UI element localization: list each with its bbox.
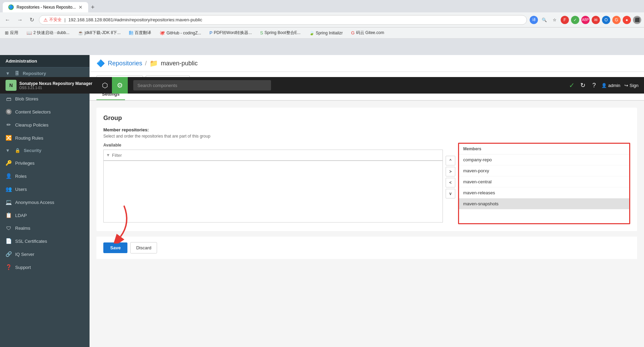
- search-icon[interactable]: 🔍: [540, 16, 548, 24]
- sidebar-item-ssl-certificates[interactable]: 📄 SSL Certificates: [0, 235, 90, 248]
- content-selectors-icon: 🔘: [6, 109, 12, 115]
- content-selectors-label: Content Selectors: [15, 109, 51, 115]
- refresh-icon-button[interactable]: ↻: [579, 80, 587, 90]
- sidebar-item-content-selectors[interactable]: 🔘 Content Selectors: [0, 105, 90, 118]
- cleanup-policies-label: Cleanup Policies: [15, 122, 49, 128]
- sidebar-item-anonymous-access[interactable]: 💻 Anonymous Access: [0, 196, 90, 209]
- extension-icon4[interactable]: G: [612, 16, 621, 24]
- extension-icon1[interactable]: ✓: [571, 16, 579, 24]
- url-separator: |: [64, 17, 65, 22]
- repository-section-icon: 🗄: [15, 71, 19, 76]
- logo-icon: N: [6, 80, 17, 91]
- sidebar-item-iq-server[interactable]: 🔗 IQ Server: [0, 248, 90, 261]
- move-down-button[interactable]: v: [446, 189, 455, 198]
- bookmark-icon2: ☕: [78, 30, 83, 35]
- save-button[interactable]: Save: [103, 242, 127, 253]
- adblock-icon[interactable]: ABP: [581, 16, 590, 24]
- bookmark-initializr[interactable]: 🍃 Spring Initializr: [307, 30, 345, 36]
- back-button[interactable]: ←: [3, 15, 12, 25]
- sidebar-item-roles[interactable]: 👤 Roles: [0, 170, 90, 183]
- help-icon-button[interactable]: ?: [591, 80, 597, 90]
- sidebar-item-blob-stores[interactable]: 🗃 Blob Stores: [0, 93, 90, 105]
- member-item-company-repo[interactable]: company-repo: [459, 154, 629, 165]
- feedly-icon[interactable]: F: [561, 16, 569, 24]
- members-panel: Members company-repo maven-porxy maven-c…: [458, 143, 630, 224]
- new-tab-button[interactable]: +: [88, 2, 97, 12]
- routing-rules-label: Routing Rules: [15, 135, 43, 141]
- bookmark-label: 应用: [10, 30, 18, 36]
- search-input[interactable]: [133, 80, 271, 90]
- bookmark-icon6: S: [260, 30, 263, 35]
- arrow-buttons: ^ > < v: [443, 153, 458, 201]
- iq-server-icon: 🔗: [6, 251, 12, 257]
- translate-icon[interactable]: 译: [530, 16, 538, 24]
- admin-link[interactable]: 👤 admin: [601, 83, 620, 88]
- bookmark-spring[interactable]: S Spring Boot整合E...: [258, 29, 302, 36]
- bookmark-apps[interactable]: ⊞ 应用: [3, 29, 20, 36]
- member-item-maven-porxy[interactable]: maven-porxy: [459, 165, 629, 176]
- member-item-maven-snapshots[interactable]: maven-snapshots: [459, 198, 629, 209]
- move-up-button[interactable]: ^: [446, 156, 455, 165]
- filter-input[interactable]: [103, 150, 443, 161]
- signout-label: Sign: [630, 83, 638, 88]
- bookmark-label2: jdk8下载-JDK 8下...: [85, 30, 121, 36]
- bookmark-pdf[interactable]: P PDF转Word转换器...: [207, 29, 254, 36]
- sidebar-item-users[interactable]: 👥 Users: [0, 183, 90, 196]
- member-item-maven-central[interactable]: maven-central: [459, 176, 629, 187]
- ldap-icon: 📋: [6, 212, 12, 218]
- move-left-button[interactable]: <: [446, 178, 455, 187]
- bookmark-quickstart[interactable]: 📖 2 快速启动 · dubb...: [24, 29, 72, 36]
- settings-nav-button[interactable]: ⚙: [112, 77, 128, 94]
- breadcrumb-separator: /: [145, 60, 147, 67]
- extension-icon3[interactable]: O: [602, 16, 610, 24]
- sidebar-item-ldap[interactable]: 📋 LDAP: [0, 209, 90, 222]
- bookmark-github[interactable]: 🐙 GitHub - codingZ...: [157, 30, 203, 36]
- filter-wrapper: ▼: [103, 150, 443, 161]
- sign-out-link[interactable]: ↪ Sign: [624, 83, 638, 88]
- address-bar[interactable]: ⚠ 不安全 | 192.168.188.128:8081/#admin/repo…: [39, 15, 527, 25]
- status-icon: ✓: [569, 81, 575, 89]
- save-area: Save Discard: [96, 237, 637, 259]
- star-icon[interactable]: ☆: [550, 16, 559, 24]
- apps-icon: ⊞: [5, 30, 9, 35]
- sidebar-item-realms[interactable]: 🛡 Realms: [0, 222, 90, 235]
- browser-frame: 🔷 Repositories - Nexus Reposito... ✕ + ←…: [0, 0, 644, 347]
- bookmark-jdk[interactable]: ☕ jdk8下载-JDK 8下...: [76, 29, 123, 36]
- breadcrumb-repositories-link[interactable]: Repositories: [108, 60, 142, 67]
- bookmark-icon3: 翻: [129, 30, 133, 36]
- sidebar-item-routing-rules[interactable]: 🔀 Routing Rules: [0, 131, 90, 144]
- bookmark-gitee[interactable]: G 码云 Gitee.com: [349, 29, 386, 36]
- nav-right: ✓ ↻ ? 👤 admin ↪ Sign: [569, 80, 644, 90]
- sidebar-item-cleanup-policies[interactable]: ✏ Cleanup Policies: [0, 118, 90, 131]
- move-right-button[interactable]: >: [446, 167, 455, 176]
- extension-icon5[interactable]: ●: [623, 16, 631, 24]
- bookmark-label5: PDF转Word转换器...: [214, 30, 252, 36]
- refresh-button[interactable]: ↻: [28, 14, 36, 25]
- url-text: 192.168.188.128:8081/#admin/repository/r…: [68, 17, 202, 22]
- blob-stores-icon: 🗃: [6, 96, 12, 102]
- bookmark-translate[interactable]: 翻 百度翻译: [127, 29, 153, 37]
- bookmark-label1: 2 快速启动 · dubb...: [33, 30, 70, 36]
- ldap-label: LDAP: [15, 213, 27, 218]
- anonymous-access-label: Anonymous Access: [15, 200, 54, 205]
- security-warning-icon: ⚠: [43, 17, 48, 23]
- bookmark-label6: Spring Boot整合E...: [264, 30, 301, 36]
- sidebar-item-support[interactable]: ❓ Support: [0, 261, 90, 274]
- app-name: Sonatype Nexus Repository Manager: [19, 81, 92, 86]
- search-bar: [133, 80, 271, 90]
- users-label: Users: [15, 187, 27, 192]
- cube-nav-button[interactable]: ⬡: [98, 78, 112, 92]
- forward-button[interactable]: →: [15, 15, 25, 25]
- bookmarks-bar: ⊞ 应用 📖 2 快速启动 · dubb... ☕ jdk8下载-JDK 8下.…: [0, 28, 644, 39]
- browser-tab[interactable]: 🔷 Repositories - Nexus Reposito... ✕: [3, 2, 88, 12]
- app-version: OSS 3.21.1-01: [19, 86, 92, 90]
- member-repos-desc: Select and order the repositories that a…: [103, 134, 630, 139]
- discard-button[interactable]: Discard: [130, 242, 157, 253]
- bookmark-icon1: 📖: [27, 30, 32, 35]
- tab-close-button[interactable]: ✕: [79, 4, 83, 10]
- sidebar-section-security[interactable]: ▼ 🔒 Security: [0, 144, 90, 156]
- extension-icon2[interactable]: ✉: [592, 16, 600, 24]
- sidebar-item-privileges[interactable]: 🔑 Privileges: [0, 156, 90, 170]
- extension-icon6[interactable]: ⬛: [633, 16, 641, 24]
- member-item-maven-releases[interactable]: maven-releases: [459, 187, 629, 198]
